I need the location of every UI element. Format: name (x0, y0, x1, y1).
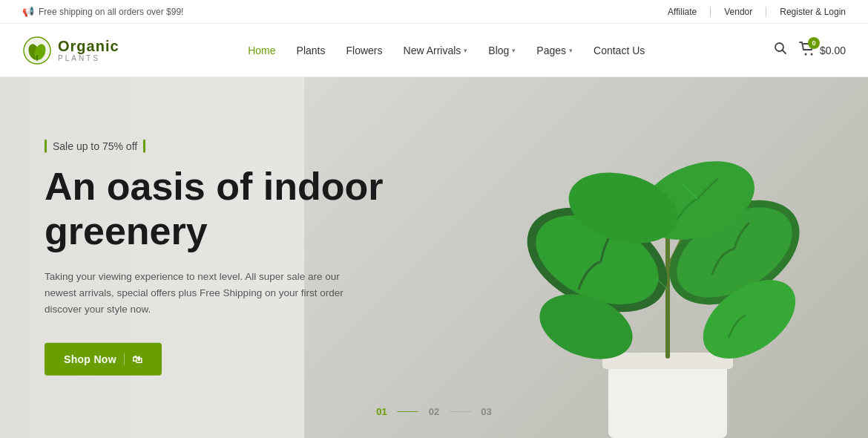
page-label-1: 01 (376, 406, 387, 417)
shop-now-label: Shop Now (64, 353, 116, 365)
nav-blog[interactable]: Blog (488, 45, 509, 56)
hero-title: An oasis of indoor greenery (45, 165, 383, 254)
hero-content: Sale up to 75% off An oasis of indoor gr… (45, 140, 383, 376)
shop-now-button[interactable]: Shop Now 🛍 (45, 343, 162, 376)
nav-new-arrivals[interactable]: New Arrivals (404, 45, 461, 56)
nav-contact[interactable]: Contact Us (594, 45, 645, 56)
nav-pages-wrap: Pages ▾ (536, 45, 573, 56)
sale-bar-right (143, 140, 145, 153)
megaphone-icon: 📢 (22, 6, 34, 17)
sale-badge: Sale up to 75% off (45, 140, 383, 153)
nav-flowers[interactable]: Flowers (346, 45, 383, 56)
page-item-3[interactable]: 03 (481, 406, 491, 417)
nav-new-arrivals-wrap: New Arrivals ▾ (404, 45, 468, 56)
divider (766, 7, 766, 17)
plant-svg (519, 104, 816, 438)
cart-price: $0.00 (820, 45, 846, 56)
sale-text: Sale up to 75% off (53, 140, 137, 152)
shipping-text: Free shipping on all orders over $99! (39, 7, 183, 17)
affiliate-link[interactable]: Affiliate (668, 7, 697, 17)
nav-pages[interactable]: Pages (536, 45, 566, 56)
shopping-bag-icon: 🛍 (132, 353, 142, 365)
cart-count: 0 (808, 37, 820, 49)
divider (710, 7, 711, 17)
page-line-1 (398, 411, 418, 413)
logo[interactable]: Organic Plants (22, 36, 119, 65)
top-bar: 📢 Free shipping on all orders over $99! … (0, 0, 868, 24)
page-line-2 (450, 411, 470, 413)
hero-section: Sale up to 75% off An oasis of indoor gr… (0, 77, 868, 438)
page-label-2: 02 (429, 406, 439, 417)
sale-bar-left (45, 140, 47, 153)
logo-sub: Plants (58, 54, 119, 62)
nav-plants[interactable]: Plants (297, 45, 326, 56)
hero-description: Taking your viewing experience to next l… (45, 268, 371, 318)
logo-icon (22, 36, 52, 65)
svg-point-7 (810, 53, 812, 56)
main-nav: Home Plants Flowers New Arrivals ▾ Blog … (248, 45, 645, 56)
register-login-link[interactable]: Register & Login (780, 7, 846, 17)
vendor-link[interactable]: Vendor (724, 7, 752, 17)
page-item-1[interactable]: 01 (376, 406, 387, 417)
hero-title-line2: greenery (45, 209, 208, 252)
search-button[interactable] (774, 42, 787, 59)
svg-rect-3 (36, 55, 38, 61)
chevron-down-icon: ▾ (512, 47, 516, 54)
cart-icon-wrap: 0 (799, 42, 815, 59)
chevron-down-icon: ▾ (569, 47, 573, 54)
page-label-3: 03 (481, 406, 491, 417)
logo-text: Organic Plants (58, 38, 119, 62)
nav-home[interactable]: Home (248, 45, 275, 56)
plant-visual (512, 97, 823, 438)
svg-point-6 (804, 53, 806, 56)
hero-pagination: 01 02 03 (376, 406, 491, 417)
cart-button[interactable]: 0 $0.00 (799, 42, 846, 59)
button-divider (124, 353, 125, 365)
page-item-2[interactable]: 02 (429, 406, 439, 417)
hero-title-line1: An oasis of indoor (45, 165, 383, 208)
header-right: 0 $0.00 (774, 42, 846, 59)
chevron-down-icon: ▾ (464, 47, 467, 54)
header: Organic Plants Home Plants Flowers New A… (0, 24, 868, 77)
search-icon (774, 42, 787, 55)
top-bar-actions: Affiliate Vendor Register & Login (668, 7, 846, 17)
shipping-notice: 📢 Free shipping on all orders over $99! (22, 6, 183, 17)
logo-brand: Organic (58, 38, 119, 54)
svg-line-5 (782, 50, 786, 54)
nav-blog-wrap: Blog ▾ (488, 45, 516, 56)
